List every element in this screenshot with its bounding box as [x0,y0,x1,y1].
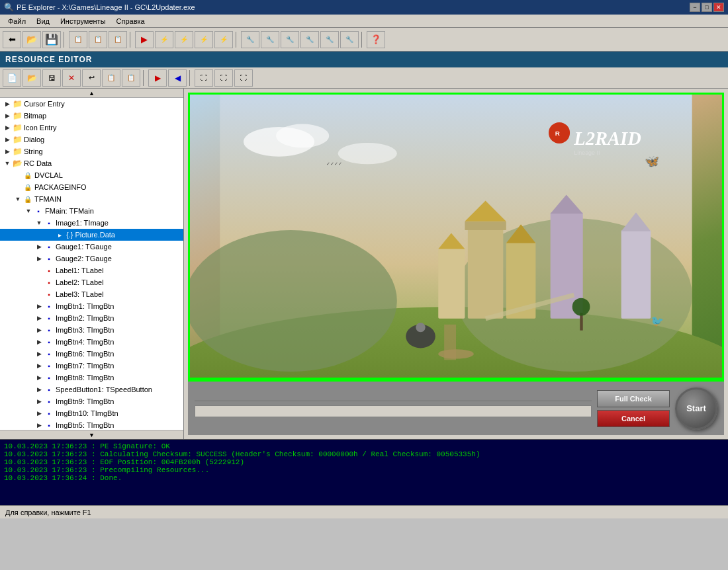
expand-rc-data[interactable]: ▼ [3,160,12,167]
expand-imgbtn9[interactable]: ▶ [34,398,44,405]
tb-copy3[interactable]: 📋 [109,31,127,48]
tree-item-fmain[interactable]: ▼ ▪ FMain: TFMain [0,205,183,217]
tb-save[interactable]: 💾 [42,31,61,48]
tb-open[interactable]: 📂 [23,31,41,48]
res-tb-nav3[interactable]: ⛶ [234,69,253,87]
tree-item-imgbtn6[interactable]: ▶ ▪ ImgBtn6: TImgBtn [0,348,183,360]
tb-back[interactable]: ⬅ [3,31,21,48]
tree-item-packageinfo[interactable]: 🔒 PACKAGEINFO [0,181,183,193]
expand-dialog[interactable]: ▶ [3,136,12,143]
res-tb-new[interactable]: 📄 [3,69,21,87]
expand-string[interactable]: ▶ [3,148,12,155]
title-bar-controls[interactable]: − □ ✕ [690,3,724,12]
tb-icons4[interactable]: ⚡ [214,31,233,48]
tree-item-image1[interactable]: ▼ ▪ Image1: TImage [0,217,183,229]
tree-item-speedbtn1[interactable]: ▶ ▪ SpeedButton1: TSpeedButton [0,384,183,395]
tree-item-string[interactable]: ▶ 📁 String [0,145,183,157]
tree-item-imgbtn7[interactable]: ▶ ▪ ImgBtn7: TImgBtn [0,360,183,372]
minimize-button[interactable]: − [690,3,700,12]
menu-tools[interactable]: Инструменты [55,16,111,26]
expand-imgbtn8[interactable]: ▶ [34,374,44,381]
full-check-button[interactable]: Full Check [597,390,670,407]
cancel-button[interactable]: Cancel [597,410,670,427]
tree-item-imgbtn8[interactable]: ▶ ▪ ImgBtn8: TImgBtn [0,372,183,384]
start-button[interactable]: Start [675,387,717,430]
expand-cursor[interactable]: ▶ [3,101,12,107]
res-tb-delete[interactable]: ✕ [62,69,81,87]
tree-scroll-down[interactable]: ▼ [0,430,183,439]
res-tb-import[interactable]: ▶ [148,69,167,87]
close-button[interactable]: ✕ [713,3,724,12]
tb-tools2[interactable]: 🔧 [261,31,279,48]
tree-item-imgbtn9[interactable]: ▶ ▪ ImgBtn9: TImgBtn [0,395,183,407]
expand-gauge1[interactable]: ▶ [34,243,44,250]
tree-item-imgbtn3[interactable]: ▶ ▪ ImgBtn3: TImgBtn [0,324,183,336]
expand-imgbtn1[interactable]: ▶ [34,303,44,309]
expand-icon-entry[interactable]: ▶ [3,124,12,131]
tree-scroll-up[interactable]: ▲ [0,89,183,98]
tree-item-picture-data[interactable]: ▸ {.} Picture.Data [0,229,183,241]
expand-imgbtn4[interactable]: ▶ [34,339,44,345]
tree-item-gauge2[interactable]: ▶ ▪ Gauge2: TGauge [0,253,183,265]
expand-gauge2[interactable]: ▶ [34,255,44,262]
tree-item-gauge1[interactable]: ▶ ▪ Gauge1: TGauge [0,241,183,253]
expand-imgbtn5[interactable]: ▶ [34,422,44,428]
tree-item-icon-entry[interactable]: ▶ 📁 Icon Entry [0,122,183,134]
tb-tools6[interactable]: 🔧 [340,31,359,48]
tb-help[interactable]: ❓ [367,31,385,48]
tree-item-bitmap[interactable]: ▶ 📁 Bitmap [0,110,183,122]
tree-item-label1[interactable]: ▪ Label1: TLabel [0,265,183,276]
tree-item-label2[interactable]: ▪ Label2: TLabel [0,276,183,288]
expand-image1[interactable]: ▼ [34,220,44,226]
tb-icons3[interactable]: ⚡ [195,31,213,48]
tree-item-imgbtn2[interactable]: ▶ ▪ ImgBtn2: TImgBtn [0,312,183,324]
tree-item-imgbtn4[interactable]: ▶ ▪ ImgBtn4: TImgBtn [0,336,183,348]
menu-help[interactable]: Справка [111,16,150,26]
tree-item-imgbtn10[interactable]: ▶ ▪ ImgBtn10: TImgBtn [0,407,183,419]
tb-tools4[interactable]: 🔧 [300,31,319,48]
res-tb-export[interactable]: ◀ [168,69,187,87]
tree-item-rc-data[interactable]: ▼ 📂 RC Data [0,157,183,169]
res-tb-save-icon[interactable]: 🖫 [42,69,61,87]
res-tb-nav2[interactable]: ⛶ [214,69,233,87]
menu-view[interactable]: Вид [31,16,55,26]
svg-text:✓✓✓✓: ✓✓✓✓ [326,161,342,167]
tb-tools1[interactable]: 🔧 [241,31,259,48]
tb-icons2[interactable]: ⚡ [175,31,193,48]
menu-file[interactable]: Файл [3,16,31,26]
res-tb-undo[interactable]: ↩ [82,69,101,87]
tree-item-label3[interactable]: ▪ Label3: TLabel [0,288,183,300]
res-tb-nav1[interactable]: ⛶ [195,69,213,87]
res-tb-copy[interactable]: 📋 [102,69,120,87]
sep1 [64,32,66,48]
expand-imgbtn10[interactable]: ▶ [34,410,44,417]
tb-tools3[interactable]: 🔧 [281,31,299,48]
res-tb-folder[interactable]: 📂 [23,69,41,87]
lock-icon-packageinfo: 🔒 [23,182,33,192]
expand-imgbtn2[interactable]: ▶ [34,315,44,321]
expand-tfmain[interactable]: ▼ [13,196,23,202]
maximize-button[interactable]: □ [702,3,712,12]
expand-bitmap[interactable]: ▶ [3,112,12,119]
tb-icons[interactable]: ⚡ [155,31,173,48]
expand-speedbtn1[interactable]: ▶ [34,386,44,393]
res-tb-paste[interactable]: 📋 [122,69,140,87]
imgbtn4-label: ImgBtn4: TImgBtn [54,338,114,346]
expand-imgbtn3[interactable]: ▶ [34,327,44,333]
log-line-1: 10.03.2023 17:36:23 : PE Signature: OK [4,442,724,450]
folder-icon-string: 📁 [12,146,23,157]
tree-item-cursor-entry[interactable]: ▶ 📁 Cursor Entry [0,98,183,110]
expand-fmain[interactable]: ▼ [24,208,33,214]
tree-item-dvclal[interactable]: 🔒 DVCLAL [0,169,183,181]
svg-point-23 [276,124,329,148]
tb-red-arrow[interactable]: ▶ [135,31,154,48]
tb-copy2[interactable]: 📋 [89,31,107,48]
tb-tools5[interactable]: 🔧 [320,31,339,48]
tree-panel[interactable]: ▲ ▶ 📁 Cursor Entry ▶ 📁 Bitmap ▶ 📁 [0,89,184,439]
expand-imgbtn6[interactable]: ▶ [34,350,44,357]
tree-item-dialog[interactable]: ▶ 📁 Dialog [0,134,183,145]
tree-item-imgbtn1[interactable]: ▶ ▪ ImgBtn1: TImgBtn [0,300,183,312]
tb-copy1[interactable]: 📋 [69,31,87,48]
expand-imgbtn7[interactable]: ▶ [34,362,44,369]
tree-item-tfmain[interactable]: ▼ 🔒 TFMAIN [0,193,183,205]
